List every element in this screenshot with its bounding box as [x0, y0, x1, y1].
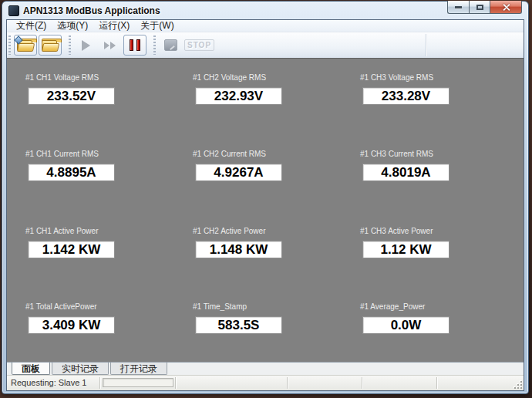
meter-cell: #1 Average_Power0.0W	[360, 302, 514, 334]
folder-open-icon	[42, 39, 59, 52]
status-progress-bar	[103, 378, 173, 387]
minimize-button[interactable]	[447, 1, 469, 14]
meter-value: 233.28V	[362, 87, 450, 105]
meter-grid: #1 CH1 Voltage RMS233.52V#1 CH2 Voltage …	[7, 58, 524, 362]
meter-cell: #1 CH1 Voltage RMS233.52V	[25, 73, 180, 105]
app-window: APN1313 ModBus Applications 文件(Z)选项(Y)运行…	[2, 1, 529, 394]
window-controls	[447, 1, 522, 14]
status-divider	[287, 377, 288, 389]
status-bar: Requesting: Slave 1	[7, 375, 524, 390]
resize-grip-icon[interactable]	[513, 379, 522, 389]
meter-cell: #1 CH3 Active Power1.12 KW	[360, 227, 514, 258]
meter-value: 4.9267A	[195, 164, 282, 181]
tab-0-active[interactable]: 面板	[12, 363, 50, 375]
toolbar: STOP	[7, 32, 524, 58]
meter-label: #1 CH1 Current RMS	[25, 150, 180, 158]
meter-value: 232.93V	[195, 87, 282, 105]
desktop: { "window": { "title": "APN1313 ModBus A…	[0, 0, 532, 398]
fast-forward-icon	[104, 42, 116, 49]
play-icon	[82, 40, 90, 51]
client-frame: 文件(Z)选项(Y)运行(X)关于(W)	[6, 19, 524, 391]
meter-label: #1 CH2 Voltage RMS	[193, 73, 347, 82]
meter-value: 3.409 KW	[28, 316, 115, 334]
toolbar-band-edge	[426, 34, 426, 56]
meter-label: #1 Average_Power	[360, 302, 514, 311]
status-divider	[99, 377, 100, 389]
meter-label: #1 CH3 Active Power	[360, 227, 514, 235]
close-icon	[502, 3, 510, 12]
open-file-button[interactable]	[39, 35, 62, 56]
meter-label: #1 CH2 Current RMS	[193, 150, 347, 158]
meter-label: #1 Total ActivePower	[25, 302, 180, 311]
meter-value: 1.148 KW	[195, 241, 282, 258]
meter-cell: #1 CH2 Active Power1.148 KW	[193, 227, 347, 258]
window-title: APN1313 ModBus Applications	[23, 5, 160, 16]
menu-bar: 文件(Z)选项(Y)运行(X)关于(W)	[7, 20, 524, 32]
status-divider	[436, 377, 437, 389]
meter-label: #1 CH1 Voltage RMS	[25, 73, 180, 82]
menu-item-2[interactable]: 运行(X)	[93, 20, 135, 32]
title-bar[interactable]: APN1313 ModBus Applications	[2, 2, 528, 19]
meter-label: #1 CH1 Active Power	[25, 227, 180, 235]
tab-1[interactable]: 实时记录	[52, 363, 109, 375]
meter-cell: #1 CH3 Voltage RMS233.28V	[360, 73, 514, 105]
meter-cell: #1 CH2 Voltage RMS232.93V	[193, 73, 347, 105]
toolbar-group-file	[7, 32, 67, 58]
app-icon	[8, 5, 19, 16]
meter-value: 4.8019A	[362, 164, 450, 181]
maximize-icon	[476, 5, 483, 10]
meter-label: #1 CH3 Current RMS	[360, 150, 514, 158]
close-button[interactable]	[490, 1, 522, 14]
status-divider	[175, 377, 176, 389]
toolbar-group-run	[67, 32, 152, 58]
open-config-button[interactable]	[14, 35, 37, 56]
maximize-button[interactable]	[469, 1, 490, 14]
tab-2[interactable]: 打开记录	[110, 363, 167, 375]
menu-item-0[interactable]: 文件(Z)	[11, 20, 52, 32]
tab-bar: 面板实时记录打开记录	[7, 362, 524, 375]
menu-item-1[interactable]: 选项(Y)	[52, 20, 93, 32]
pause-button[interactable]	[123, 35, 146, 56]
meter-cell: #1 Time_Stamp583.5S	[193, 302, 347, 334]
meter-label: #1 Time_Stamp	[193, 302, 347, 311]
pause-icon	[128, 39, 142, 51]
meter-value: 4.8895A	[28, 164, 115, 181]
toolbar-group-record: STOP	[152, 32, 221, 58]
meter-value: 1.142 KW	[28, 241, 115, 258]
meter-cell: #1 CH3 Current RMS4.8019A	[360, 150, 514, 181]
status-divider	[362, 377, 362, 389]
fast-run-button	[99, 35, 122, 56]
meter-value: 0.0W	[362, 316, 450, 334]
run-button	[74, 35, 97, 56]
record-button	[159, 35, 182, 56]
meter-value: 233.52V	[28, 87, 115, 105]
menu-item-3[interactable]: 关于(W)	[135, 20, 179, 32]
meter-label: #1 CH3 Voltage RMS	[360, 73, 514, 82]
meter-cell: #1 CH2 Current RMS4.9267A	[193, 150, 347, 181]
folder-open-new-icon	[17, 39, 34, 52]
meter-value: 583.5S	[195, 316, 282, 334]
meter-cell: #1 Total ActivePower3.409 KW	[25, 302, 180, 334]
minimize-icon	[455, 6, 462, 8]
meter-cell: #1 CH1 Active Power1.142 KW	[25, 227, 180, 258]
record-edit-icon	[164, 39, 177, 51]
meter-cell: #1 CH1 Current RMS4.8895A	[25, 150, 180, 181]
stop-text-icon: STOP	[184, 39, 214, 51]
meter-value: 1.12 KW	[362, 241, 450, 258]
stop-button: STOP	[184, 35, 215, 56]
meter-label: #1 CH2 Active Power	[193, 227, 347, 235]
status-text: Requesting: Slave 1	[11, 378, 86, 387]
